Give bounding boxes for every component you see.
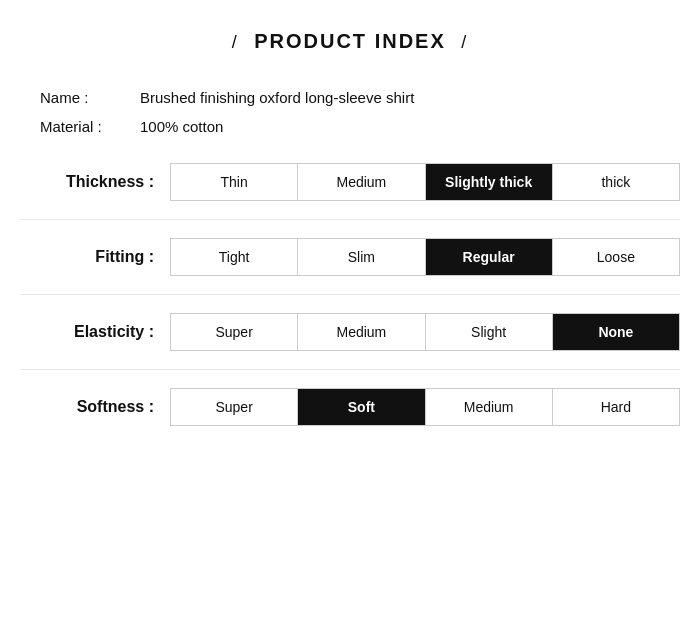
thickness-option-2[interactable]: Slightly thick <box>426 164 553 200</box>
material-value: 100% cotton <box>140 118 223 135</box>
softness-option-2[interactable]: Medium <box>426 389 553 425</box>
fitting-option-3[interactable]: Loose <box>553 239 679 275</box>
elasticity-option-0[interactable]: Super <box>171 314 298 350</box>
info-section: Name : Brushed finishing oxford long-sle… <box>20 89 680 135</box>
index-row-softness: Softness :SuperSoftMediumHard <box>20 388 680 426</box>
elasticity-options: SuperMediumSlightNone <box>170 313 680 351</box>
thickness-label: Thickness : <box>20 173 170 191</box>
softness-option-1[interactable]: Soft <box>298 389 425 425</box>
name-value: Brushed finishing oxford long-sleeve shi… <box>140 89 414 106</box>
divider-0 <box>20 219 680 220</box>
thickness-option-1[interactable]: Medium <box>298 164 425 200</box>
elasticity-option-3[interactable]: None <box>553 314 679 350</box>
fitting-option-0[interactable]: Tight <box>171 239 298 275</box>
softness-option-3[interactable]: Hard <box>553 389 679 425</box>
thickness-option-0[interactable]: Thin <box>171 164 298 200</box>
slash-left: / <box>232 32 239 52</box>
thickness-option-3[interactable]: thick <box>553 164 679 200</box>
index-row-elasticity: Elasticity :SuperMediumSlightNone <box>20 313 680 351</box>
elasticity-label: Elasticity : <box>20 323 170 341</box>
material-row: Material : 100% cotton <box>40 118 680 135</box>
softness-options: SuperSoftMediumHard <box>170 388 680 426</box>
name-row: Name : Brushed finishing oxford long-sle… <box>40 89 680 106</box>
product-index-container: / PRODUCT INDEX / Name : Brushed finishi… <box>0 0 700 464</box>
softness-label: Softness : <box>20 398 170 416</box>
index-row-fitting: Fitting :TightSlimRegularLoose <box>20 238 680 276</box>
divider-1 <box>20 294 680 295</box>
index-section: Thickness :ThinMediumSlightly thickthick… <box>20 163 680 426</box>
softness-option-0[interactable]: Super <box>171 389 298 425</box>
elasticity-option-2[interactable]: Slight <box>426 314 553 350</box>
name-label: Name : <box>40 89 140 106</box>
material-label: Material : <box>40 118 140 135</box>
fitting-option-2[interactable]: Regular <box>426 239 553 275</box>
title-text: PRODUCT INDEX <box>254 30 446 52</box>
elasticity-option-1[interactable]: Medium <box>298 314 425 350</box>
thickness-options: ThinMediumSlightly thickthick <box>170 163 680 201</box>
fitting-options: TightSlimRegularLoose <box>170 238 680 276</box>
page-title: / PRODUCT INDEX / <box>20 30 680 53</box>
fitting-option-1[interactable]: Slim <box>298 239 425 275</box>
index-row-thickness: Thickness :ThinMediumSlightly thickthick <box>20 163 680 201</box>
slash-right: / <box>461 32 468 52</box>
fitting-label: Fitting : <box>20 248 170 266</box>
divider-2 <box>20 369 680 370</box>
